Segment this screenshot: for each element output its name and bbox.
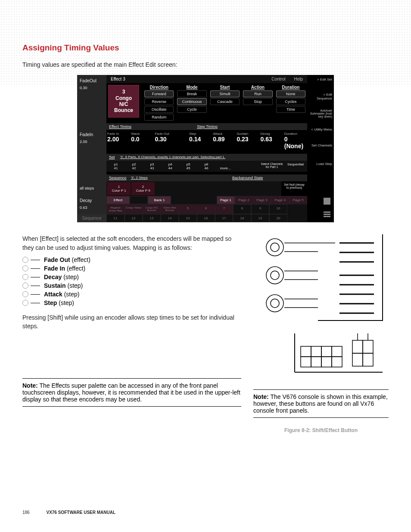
bank-slot[interactable]: 13 <box>143 214 161 222</box>
bank-slot[interactable]: 19 <box>251 214 269 222</box>
opt-oscillate[interactable]: Oscillate <box>144 106 174 113</box>
encoder-label: all steps <box>80 186 104 190</box>
svg-point-4 <box>266 295 283 312</box>
softkey-autoload[interactable]: Autoload Submaster (hold key down) <box>309 109 332 118</box>
opt-cycles[interactable]: Cycles <box>276 98 305 105</box>
val-num: 0.30 <box>155 136 177 143</box>
bank-1[interactable]: Bank 1 <box>148 196 171 204</box>
bank-slot[interactable]: 5 <box>179 204 197 214</box>
part-1[interactable]: p141 <box>107 162 125 171</box>
bank-slot[interactable]: 15 <box>179 214 197 222</box>
console-sketch <box>253 234 387 381</box>
opt-cycle[interactable]: Cycle <box>177 106 206 113</box>
opt-simult[interactable]: Simult <box>210 90 240 97</box>
bank-slot[interactable]: 10 <box>269 204 287 214</box>
bank-slot[interactable]: 17 <box>215 214 233 222</box>
sequential-button[interactable]: Sequential <box>285 162 306 171</box>
svg-rect-19 <box>311 357 321 367</box>
encoder-mapping-paragraph: When [Effect] is selected at the soft en… <box>22 234 241 252</box>
bank-slot[interactable]: Green Red Bounce <box>161 204 179 214</box>
col-action: Action Run Stop <box>243 85 272 121</box>
col-mode: Mode Break Continuous Cycle <box>177 85 206 121</box>
softkey-utility-menu[interactable]: < Utility Menu <box>311 128 332 131</box>
val-label: Decay <box>261 132 283 136</box>
bank-slot[interactable]: 12 <box>125 214 143 222</box>
opt-cascade[interactable]: Cascade <box>210 98 240 105</box>
svg-rect-14 <box>301 346 311 357</box>
opt-none[interactable]: None <box>276 90 305 97</box>
softkey-load-step[interactable]: Load Step <box>317 162 332 166</box>
select-channels-button[interactable]: Select Channels for Part 1 <box>260 162 284 171</box>
note-text: The Effects super palette can be accesse… <box>22 382 240 403</box>
bank-slot[interactable]: 14 <box>161 214 179 222</box>
enc-name: Fade Out <box>44 256 70 263</box>
tab-effect3[interactable]: Effect 3 <box>106 75 130 83</box>
col-start: Start Simult Cascade <box>210 85 240 121</box>
encoder-strip: FadeOut 0.30 FadeIn 2.00 all steps Decay… <box>77 75 106 222</box>
bank-slot[interactable]: 9 <box>251 204 269 214</box>
enc-scope: (step) <box>57 299 74 306</box>
softkey-edit-set[interactable]: > Edit Set <box>317 78 332 81</box>
list-item: Fade Out (effect) <box>22 256 241 263</box>
bank-slot[interactable]: 6 <box>197 204 215 214</box>
opt-continuous[interactable]: Continuous <box>177 98 206 105</box>
page-1[interactable]: Page 1 <box>217 196 235 204</box>
opt-random[interactable]: Random <box>144 114 174 121</box>
menu-control[interactable]: Control <box>267 75 290 83</box>
bank-slot[interactable]: Congo N/C Bounce <box>143 204 161 214</box>
softkey-set-channels[interactable]: Set Channels <box>311 143 332 147</box>
enc-name: Fade In <box>44 265 65 272</box>
opt-break[interactable]: Break <box>177 90 206 97</box>
bank-slot[interactable]: 7 <box>215 204 233 214</box>
note-right: Note: The V676 console is shown in this … <box>253 389 389 418</box>
part-5[interactable]: p545 <box>180 162 197 171</box>
seq-step-2[interactable]: 2Color P 5 <box>131 182 155 195</box>
val-num: 0.0 <box>131 136 153 143</box>
part-4[interactable]: p444 <box>162 162 179 171</box>
opt-run[interactable]: Run <box>243 90 272 97</box>
bank-slot[interactable]: 18 <box>233 214 251 222</box>
page-4[interactable]: Page 4 <box>271 196 289 204</box>
footer-title: VX76 SOFTWARE USER MANUAL <box>46 510 115 515</box>
svg-rect-20 <box>321 357 332 367</box>
square-icon <box>324 198 330 205</box>
svg-point-5 <box>271 299 279 308</box>
softkey-strip: > Edit Set > Edit Sequence Autoload Subm… <box>307 75 334 222</box>
bank-slot[interactable]: Congo Yellow <box>125 204 143 214</box>
opt-stop[interactable]: Stop <box>243 98 272 105</box>
knob-icon <box>22 300 28 306</box>
svg-rect-23 <box>363 340 373 353</box>
bank-slot[interactable]: 16 <box>197 214 215 222</box>
list-item: Decay (step) <box>22 274 241 280</box>
svg-rect-15 <box>311 346 321 357</box>
bank-slot[interactable]: Magenta Amber Blue <box>106 204 125 214</box>
page-5[interactable]: Page 5 <box>289 196 307 204</box>
bank-effect[interactable]: Effect <box>106 196 130 204</box>
badge-line: Bounce <box>109 107 139 113</box>
set-header: Set '3', 8 Parts, 8 Channels, exactly 1 … <box>106 154 307 161</box>
softkey-edit-sequence[interactable]: > Edit Sequence <box>309 93 332 100</box>
part-3[interactable]: p343 <box>143 162 161 171</box>
part-2[interactable]: p242 <box>125 162 143 171</box>
part-6[interactable]: p646 <box>198 162 215 171</box>
opt-reverse[interactable]: Reverse <box>144 98 174 105</box>
control-row: 3 Congo N/C Bounce Direction Forward Rev… <box>106 83 307 121</box>
seq-step-1[interactable]: 1Color P 1 <box>107 182 131 195</box>
page-2[interactable]: Page 2 <box>235 196 253 204</box>
note-label: Note: <box>22 382 38 389</box>
part-more[interactable]: more... <box>216 165 235 171</box>
opt-forward[interactable]: Forward <box>144 90 174 97</box>
opt-time[interactable]: Time <box>276 106 305 113</box>
svg-rect-16 <box>321 346 332 357</box>
bank-header-row: Effect Bank 1 Page 1 Page 2 Page 3 Page … <box>106 196 307 204</box>
col-header: Mode <box>177 85 206 90</box>
bank-slot[interactable]: 11 <box>106 214 125 222</box>
encoder-fadein: FadeIn 2.00 <box>77 129 106 148</box>
current-effect-badge: 3 Congo N/C Bounce <box>108 85 139 118</box>
page-3[interactable]: Page 3 <box>253 196 271 204</box>
bank-slot[interactable]: 8 <box>233 204 251 214</box>
val-label: Step <box>189 132 211 136</box>
bank-slot[interactable]: 20 <box>269 214 287 222</box>
encoder-label: FadeOut <box>80 78 104 83</box>
menu-help[interactable]: Help <box>290 75 307 83</box>
